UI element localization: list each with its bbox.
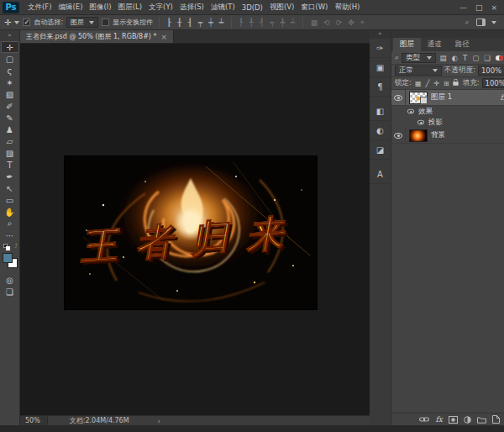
shape-tool[interactable]: ▭: [1, 194, 19, 206]
visibility-toggle[interactable]: [391, 128, 406, 143]
workspace-switcher-icon[interactable]: [476, 18, 486, 26]
3d-rotate-icon[interactable]: ⟲: [323, 18, 332, 27]
paragraph-panel-icon[interactable]: ¶: [370, 77, 391, 97]
eyedropper-tool[interactable]: ✐: [1, 100, 19, 112]
new-group-icon[interactable]: [477, 416, 486, 424]
menu-type[interactable]: 文字(Y): [145, 3, 176, 13]
3d-drag-icon[interactable]: ✥: [347, 18, 356, 27]
character-panel-icon[interactable]: A: [370, 165, 391, 184]
layer-row-layer1[interactable]: 图层 1 fx: [391, 90, 504, 106]
layer1-thumbnail[interactable]: [409, 92, 428, 104]
add-layer-style-icon[interactable]: fx: [435, 415, 442, 424]
auto-select-target-dropdown[interactable]: 图层: [66, 17, 98, 28]
align-bottom-icon[interactable]: ┷: [218, 18, 224, 27]
adjustments-panel-icon[interactable]: ◧: [370, 102, 391, 121]
background-thumbnail[interactable]: [409, 129, 428, 142]
menu-help[interactable]: 帮助(H): [331, 3, 363, 13]
lock-image-pixels-icon[interactable]: ╱: [424, 80, 430, 87]
type-tool[interactable]: T: [1, 159, 19, 171]
close-tab-icon[interactable]: ×: [161, 33, 168, 41]
align-left-icon[interactable]: ┠: [165, 18, 172, 27]
document-tab[interactable]: 王者归来.psd @ 50% (图层 1, RGB/8#) * ×: [20, 30, 174, 43]
zoom-level-field[interactable]: 50%: [20, 416, 48, 425]
maximize-button[interactable]: □: [475, 3, 483, 12]
status-menu-arrow-icon[interactable]: ›: [136, 417, 161, 425]
lock-all-icon[interactable]: [453, 82, 458, 86]
expand-panels-icon[interactable]: «: [370, 30, 391, 39]
menu-select[interactable]: 选择(S): [176, 3, 207, 13]
menu-view[interactable]: 视图(V): [266, 3, 297, 13]
foreground-color-swatch[interactable]: [3, 253, 13, 263]
styles-panel-icon[interactable]: ◪: [370, 140, 391, 160]
distribute-right-icon[interactable]: ┦: [258, 18, 265, 27]
eye-icon[interactable]: [407, 109, 414, 114]
menu-filter[interactable]: 滤镜(T): [207, 3, 239, 13]
opacity-field[interactable]: 100%: [478, 66, 504, 76]
brushes-panel-icon[interactable]: ✑: [370, 39, 391, 58]
clone-source-panel-icon[interactable]: ▣: [370, 58, 391, 77]
pen-tool[interactable]: ✒: [1, 171, 19, 182]
align-right-icon[interactable]: ┨: [186, 18, 193, 27]
menu-edit[interactable]: 编辑(E): [55, 3, 87, 13]
tab-paths[interactable]: 路径: [449, 38, 476, 51]
quick-mask-button[interactable]: ◎: [1, 274, 19, 286]
drop-shadow-row[interactable]: 投影: [391, 117, 504, 128]
new-adjustment-layer-icon[interactable]: [464, 416, 471, 424]
effects-row[interactable]: 效果: [391, 106, 504, 117]
marquee-tool[interactable]: ▢: [1, 53, 19, 65]
move-tool[interactable]: ✛: [1, 41, 19, 53]
eraser-tool[interactable]: ▱: [1, 135, 19, 147]
filter-type-layers-icon[interactable]: T: [462, 54, 469, 62]
menu-3d[interactable]: 3D(D): [239, 3, 266, 12]
visibility-toggle[interactable]: [391, 90, 406, 105]
menu-file[interactable]: 文件(F): [24, 3, 55, 13]
blend-mode-dropdown[interactable]: 正常: [395, 66, 442, 76]
crop-tool[interactable]: ▧: [1, 88, 19, 100]
filter-pixel-layers-icon[interactable]: ▤: [438, 54, 448, 62]
edit-toolbar-button[interactable]: ⋯: [1, 229, 19, 241]
3d-scale-icon[interactable]: ⌖: [359, 18, 365, 27]
link-layers-icon[interactable]: [419, 416, 429, 423]
layer-row-background[interactable]: 背景: [391, 128, 504, 144]
show-transform-checkbox[interactable]: [102, 18, 109, 26]
align-top-icon[interactable]: ┯: [197, 18, 203, 27]
filter-adjustment-layers-icon[interactable]: ◐: [450, 54, 459, 62]
gradient-tool[interactable]: ▨: [1, 147, 19, 159]
filter-toggle-icon[interactable]: [496, 55, 503, 61]
lock-artboard-icon[interactable]: ⊞: [443, 80, 450, 87]
screen-mode-button[interactable]: ❏: [1, 286, 19, 298]
fill-field[interactable]: 100%: [482, 78, 504, 88]
lasso-tool[interactable]: ς: [1, 65, 19, 76]
collapse-to-icons[interactable]: «: [391, 30, 504, 38]
tool-preset-chevron-icon[interactable]: [14, 21, 19, 24]
lock-transparent-pixels-icon[interactable]: ▦: [414, 80, 423, 87]
swap-colors-icon[interactable]: ⤴: [14, 243, 18, 250]
brush-tool[interactable]: ✎: [1, 112, 19, 124]
eye-icon[interactable]: [417, 120, 424, 125]
auto-select-checkbox[interactable]: [23, 18, 30, 26]
distribute-left-icon[interactable]: ┞: [238, 18, 244, 27]
tab-layers[interactable]: 图层: [393, 38, 421, 51]
menu-layer[interactable]: 图层(L): [115, 3, 145, 13]
distribute-center-v-icon[interactable]: ╇: [279, 18, 286, 27]
align-center-h-icon[interactable]: ╂: [176, 18, 183, 27]
menu-window[interactable]: 窗口(W): [297, 3, 331, 13]
lock-position-icon[interactable]: ✛: [433, 80, 440, 87]
distribute-bottom-icon[interactable]: ┵: [290, 18, 297, 27]
quick-selection-tool[interactable]: ✶: [1, 76, 19, 88]
auto-align-icon[interactable]: ▦: [309, 18, 319, 27]
clone-stamp-tool[interactable]: ♟: [1, 124, 19, 135]
align-center-v-icon[interactable]: ┿: [207, 18, 214, 27]
zoom-tool[interactable]: ⌕: [1, 218, 19, 229]
filter-smart-objects-icon[interactable]: ❏: [483, 54, 492, 62]
toolbar-collapse-icon[interactable]: »: [0, 30, 19, 41]
properties-panel-icon[interactable]: ◐: [370, 121, 391, 140]
distribute-top-icon[interactable]: ┭: [269, 18, 276, 27]
close-button[interactable]: ×: [491, 3, 497, 12]
tab-channels[interactable]: 通道: [421, 38, 449, 51]
3d-roll-icon[interactable]: ⟳: [334, 18, 344, 27]
new-layer-icon[interactable]: [492, 415, 500, 424]
distribute-center-h-icon[interactable]: ╀: [248, 18, 255, 27]
search-icon[interactable]: ⌕: [464, 18, 470, 27]
fx-badge[interactable]: fx: [500, 93, 504, 102]
